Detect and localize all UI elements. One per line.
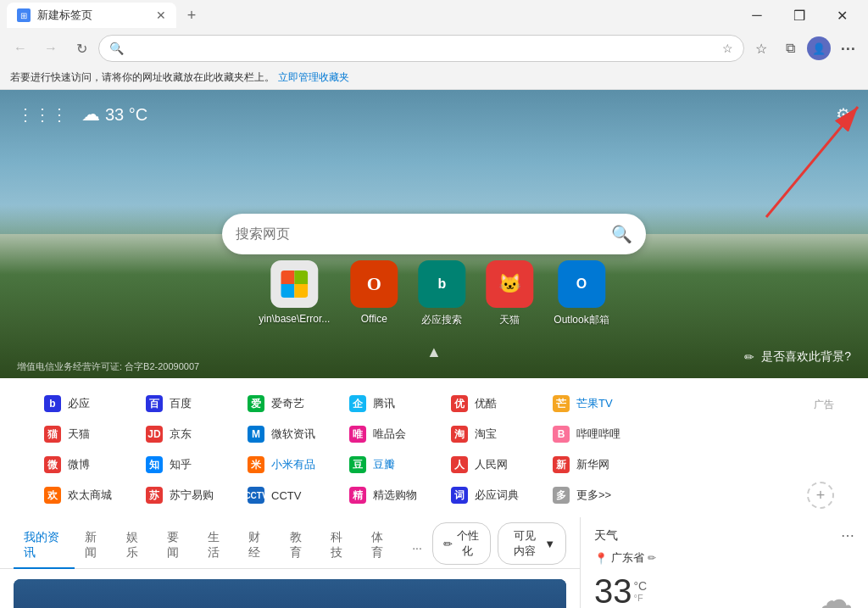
tab-close-button[interactable]: ✕ [156, 8, 166, 22]
link-zhihu[interactable]: 知 知乎 [136, 449, 237, 480]
visible-content-button[interactable]: 可见内容 ▼ [498, 522, 566, 565]
settings-icon[interactable]: ⚙ [836, 104, 851, 125]
hero-section: ⋮⋮⋮ ☁ 33 °C ⚙ 🔍 ▲ [0, 90, 868, 378]
address-input[interactable] [131, 42, 715, 55]
link-rmw[interactable]: 人 人民网 [441, 449, 542, 480]
link-more[interactable]: 多 更多>> [542, 480, 644, 510]
back-button[interactable]: ← [7, 35, 34, 62]
favorites-button[interactable]: ☆ [748, 35, 775, 62]
weather-units: °C °F [634, 579, 648, 603]
link-xinhua[interactable]: 新 新华网 [542, 449, 644, 480]
tab-finance[interactable]: 财经 [238, 523, 279, 569]
qa-label-4: Outlook邮箱 [554, 313, 609, 327]
tab-entertainment[interactable]: 娱乐 [116, 523, 157, 569]
star-icon[interactable]: ☆ [722, 42, 733, 55]
link-baidu[interactable]: 百 百度 [136, 388, 237, 419]
tab-yaowen[interactable]: 要闻 [157, 523, 198, 569]
hero-left: ⋮⋮⋮ ☁ 33 °C [17, 103, 147, 126]
weather-location: 📍 广东省 ✏ [594, 550, 854, 566]
profile-button[interactable]: 👤 [805, 35, 832, 62]
address-bar[interactable]: 🔍 ☆ [98, 35, 744, 62]
scroll-up-button[interactable]: ▲ [426, 343, 442, 361]
profile-avatar: 👤 [807, 36, 831, 60]
link-suning[interactable]: 苏 苏宁易购 [136, 480, 237, 510]
tab-bar: ⊞ 新建标签页 ✕ + ─ ❒ ✕ [0, 0, 868, 31]
link-msinfo[interactable]: M 微软资讯 [237, 419, 339, 449]
news-image[interactable] [14, 579, 566, 608]
search-input[interactable] [236, 226, 603, 242]
link-xiaomi[interactable]: 米 小米有品 [237, 449, 339, 480]
link-favicon-baidu: 百 [146, 395, 163, 412]
add-link-button[interactable]: + [807, 482, 834, 509]
link-douban[interactable]: 豆 豆瓣 [339, 449, 441, 480]
weather-panel-header: 天气 ⋯ [594, 527, 854, 544]
chevron-down-icon: ▼ [544, 538, 555, 550]
close-button[interactable]: ✕ [822, 2, 861, 29]
weather-more-button[interactable]: ⋯ [841, 527, 854, 544]
qa-label-1: Office [361, 313, 387, 325]
grid-icon[interactable]: ⋮⋮⋮ [17, 104, 68, 125]
forward-button[interactable]: → [37, 35, 64, 62]
link-vip[interactable]: 唯 唯品会 [339, 419, 441, 449]
qa-icon-2: b [418, 260, 465, 308]
tab-news[interactable]: 新闻 [75, 523, 115, 569]
link-bilibili[interactable]: B 哔哩哔哩 [542, 419, 644, 449]
link-favicon-vip: 唯 [349, 426, 366, 443]
search-icon: 🔍 [109, 42, 124, 55]
quick-access-row: yin\base\Error... O Office b 必应搜索 🐱 天猫 [259, 260, 609, 327]
link-taobao[interactable]: 淘 淘宝 [441, 419, 542, 449]
link-jd[interactable]: JD 京东 [136, 419, 237, 449]
qa-item-3[interactable]: 🐱 天猫 [486, 260, 533, 327]
qa-item-1[interactable]: O Office [350, 260, 398, 327]
active-tab[interactable]: ⊞ 新建标签页 ✕ [7, 3, 176, 28]
link-favicon-biying: b [44, 395, 61, 412]
qa-item-0[interactable]: yin\base\Error... [259, 260, 330, 327]
tab-my-news[interactable]: 我的资讯 [14, 523, 75, 569]
news-content [0, 569, 580, 608]
link-name-vip: 唯品会 [373, 427, 406, 442]
qa-item-2[interactable]: b 必应搜索 [418, 260, 465, 327]
refresh-button[interactable]: ↻ [68, 35, 95, 62]
link-iqiyi[interactable]: 爱 爱奇艺 [237, 388, 339, 419]
search-button-icon[interactable]: 🔍 [611, 224, 632, 244]
weather-temperature: 33 [594, 572, 632, 608]
link-name-mango: 芒果TV [576, 396, 613, 411]
maximize-button[interactable]: ❒ [780, 2, 819, 29]
weather-widget: ☁ 33 °C [81, 103, 147, 126]
link-youku[interactable]: 优 优酷 [441, 388, 542, 419]
tab-more[interactable]: ... [402, 532, 432, 559]
link-bing-dict[interactable]: 词 必应词典 [441, 480, 542, 510]
link-name-suning: 苏宁易购 [170, 488, 214, 503]
personalize-button[interactable]: ✏ 个性化 [432, 522, 491, 565]
link-favicon-more: 多 [553, 487, 570, 504]
weather-temp-display: 33 °C °F [594, 572, 647, 608]
link-favicon-bilibili: B [553, 426, 570, 443]
new-tab-button[interactable]: + [180, 3, 203, 27]
bookmark-manage-link[interactable]: 立即管理收藏夹 [278, 70, 349, 85]
minimize-button[interactable]: ─ [737, 2, 776, 29]
link-tmall[interactable]: 猫 天猫 [34, 419, 136, 449]
link-weibo[interactable]: 微 微博 [34, 449, 136, 480]
tab-sports[interactable]: 体育 [361, 523, 402, 569]
link-name-iqiyi: 爱奇艺 [271, 396, 304, 411]
link-tencent[interactable]: 企 腾讯 [339, 388, 441, 419]
link-mango[interactable]: 芒 芒果TV [542, 388, 644, 419]
link-cctv[interactable]: CCTV CCTV [237, 480, 339, 510]
weather-panel: 天气 ⋯ 📍 广东省 ✏ 33 °C °F [580, 517, 868, 608]
qa-item-4[interactable]: O Outlook邮箱 [554, 260, 609, 327]
link-huantai[interactable]: 欢 欢太商城 [34, 480, 136, 510]
location-edit-icon[interactable]: ✏ [648, 552, 656, 564]
tab-life[interactable]: 生活 [198, 523, 238, 569]
link-name-zhihu: 知乎 [170, 457, 192, 472]
link-biying[interactable]: b 必应 [34, 388, 136, 419]
tab-education[interactable]: 教育 [280, 523, 320, 569]
tab-tech[interactable]: 科技 [320, 523, 361, 569]
qa-icon-4: O [558, 260, 605, 308]
collections-button[interactable]: ⧉ [776, 35, 804, 62]
link-name-select-shop: 精选购物 [373, 488, 417, 503]
menu-button[interactable]: ⋯ [834, 35, 861, 62]
link-favicon-suning: 苏 [146, 487, 163, 504]
weather-unit-f: °F [634, 593, 648, 603]
search-bar[interactable]: 🔍 [222, 214, 646, 254]
link-select-shop[interactable]: 精 精选购物 [339, 480, 441, 510]
